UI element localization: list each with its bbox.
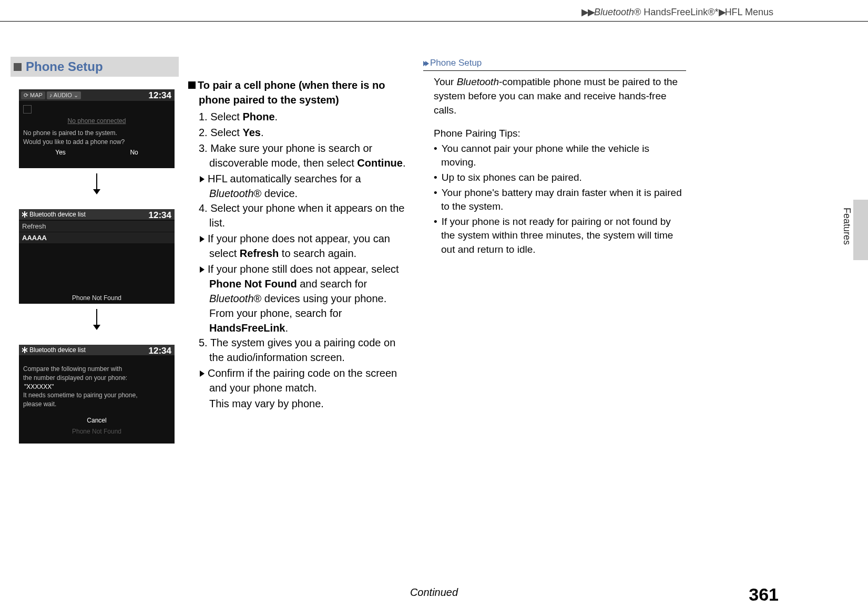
chevron-right-icon: ▶▶ [581,7,594,17]
sidebar-heading: Phone Setup [423,57,686,71]
section-title-bar: Phone Setup [11,57,179,77]
arrow-down-icon [19,172,175,197]
clock: 12:34 [149,346,171,356]
step-2: 2. Select Yes. [199,125,409,140]
bluetooth-icon [22,347,27,353]
step-3-note: HFL automatically searches for a Bluetoo… [188,171,409,201]
dialog-text: please wait. [23,400,170,409]
clock: 12:34 [149,90,171,101]
dialog-text: No phone is paired to the system. [23,129,170,138]
triangle-bullet-icon [200,176,205,182]
breadcrumb: ▶▶Bluetooth® HandsFreeLink®*▶HFL Menus [581,6,773,18]
side-tab-label: Features [841,208,852,245]
instructions-heading: To pair a cell phone (when there is no p… [188,78,409,107]
triangle-bullet-icon [200,236,205,242]
map-tab: ⟳ MAP [21,91,45,99]
step-5-note-1: Confirm if the pairing code on the scree… [188,366,409,395]
audio-tab: ♪ AUDIO ⌄ [47,91,81,99]
list-item: Refresh [19,221,175,232]
status-text: No phone connected [23,116,170,129]
tips-title: Phone Pairing Tips: [423,127,686,141]
double-chevron-icon [423,57,429,70]
screenshot-device-list: Bluetooth device list 12:34 Refresh AAAA… [19,209,175,304]
bluetooth-icon [22,211,27,218]
step-4: 4. Select your phone when it appears on … [199,201,409,230]
dialog-text: Would you like to add a phone now? [23,138,170,147]
tip-item: Your phone's battery may drain faster wh… [434,186,686,214]
svg-marker-1 [93,189,100,194]
dialog-text: the number displayed on your phone: [23,374,170,383]
svg-marker-3 [93,325,100,330]
yes-button: Yes [55,148,66,157]
tip-item: You cannot pair your phone while the veh… [434,142,686,170]
tip-item: Up to six phones can be paired. [434,171,686,185]
phone-not-found-disabled: Phone Not Found [23,426,170,437]
triangle-bullet-icon [200,370,205,377]
step-3: 3. Make sure your phone is search or dis… [199,141,409,170]
phone-not-found-button: Phone Not Found [19,291,175,303]
page-number: 361 [749,584,779,605]
square-bullet-icon [188,81,196,89]
clock: 12:34 [149,210,171,221]
screenshot-no-phone: ⟳ MAP ♪ AUDIO ⌄ 12:34 No phone connected… [19,89,175,168]
cancel-button: Cancel [23,409,170,426]
arrow-down-icon [19,308,175,332]
triangle-bullet-icon [200,266,205,273]
screen-title: Bluetooth device list [29,211,86,218]
no-button: No [130,148,138,157]
pairing-code: "XXXXXX" [23,383,170,391]
step-5: 5. The system gives you a pairing code o… [199,335,409,365]
list-item: AAAAA [19,232,175,243]
continued-label: Continued [410,586,458,599]
checkbox-icon [23,105,32,114]
dialog-text: It needs sometime to pairing your phone, [23,391,170,400]
square-bullet-icon [14,63,22,71]
sidebar-paragraph: Your Bluetooth-compatible phone must be … [423,75,686,117]
step-4-note-2: If your phone still does not appear, sel… [188,262,409,335]
tip-item: If your phone is not ready for pairing o… [434,215,686,257]
screenshot-pairing-code: Bluetooth device list 12:34 Compare the … [19,345,175,444]
screen-title: Bluetooth device list [29,346,86,354]
step-5-note-2: This may vary by phone. [188,396,409,411]
step-4-note-1: If your phone does not appear, you can s… [188,231,409,261]
step-1: 1. Select Phone. [199,109,409,124]
section-title: Phone Setup [26,59,103,74]
chevron-right-icon: ▶ [719,7,725,17]
side-tab [853,200,868,260]
dialog-text: Compare the following number with [23,365,170,374]
